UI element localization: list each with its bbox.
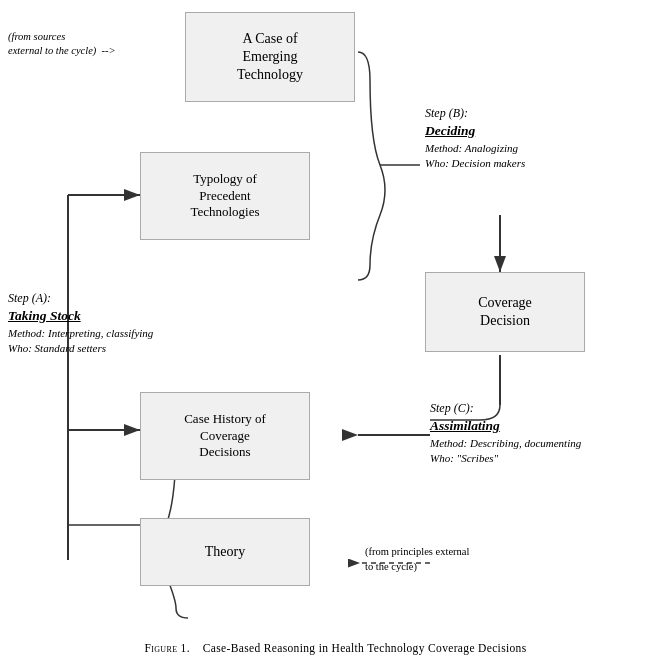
step-b-block: Step (B): Deciding Method: Analogizing W… [425,105,525,171]
step-a-title: Taking Stock [8,307,153,326]
theory-note-text: (from principles externalto the cycle) [365,546,469,572]
theory-note: (from principles externalto the cycle) [365,545,469,574]
theory-label: Theory [205,543,245,561]
step-c-method: Method: Describing, documenting [430,436,581,451]
diagram: (from sourcesexternal to the cycle) --> … [0,0,671,620]
step-c-block: Step (C): Assimilating Method: Describin… [430,400,581,466]
step-c-title: Assimilating [430,417,581,436]
step-b-line: Step (B): [425,105,525,122]
step-c-line: Step (C): [430,400,581,417]
case-history-label: Case History of Coverage Decisions [184,411,266,462]
step-a-line: Step (A): [8,290,153,307]
step-a-who: Who: Standard setters [8,341,153,356]
typology-label: Typology of Precedent Technologies [190,171,259,222]
coverage-decision-box: Coverage Decision [425,272,585,352]
figure-caption-text: Case-Based Reasoning in Health Technolog… [193,642,526,654]
source-note: (from sourcesexternal to the cycle) --> [8,30,116,57]
case-history-box: Case History of Coverage Decisions [140,392,310,480]
coverage-decision-label: Coverage Decision [478,294,532,330]
step-b-method: Method: Analogizing [425,141,525,156]
step-b-title: Deciding [425,122,525,141]
step-a-block: Step (A): Taking Stock Method: Interpret… [8,290,153,356]
emerging-tech-box: A Case of Emerging Technology [185,12,355,102]
step-b-who: Who: Decision makers [425,156,525,171]
emerging-tech-label: A Case of Emerging Technology [237,30,303,85]
step-a-method: Method: Interpreting, classifying [8,326,153,341]
theory-box: Theory [140,518,310,586]
typology-box: Typology of Precedent Technologies [140,152,310,240]
figure-label: Figure 1. [144,642,189,654]
step-c-who: Who: "Scribes" [430,451,581,466]
figure-caption: Figure 1. Case-Based Reasoning in Health… [0,642,671,654]
